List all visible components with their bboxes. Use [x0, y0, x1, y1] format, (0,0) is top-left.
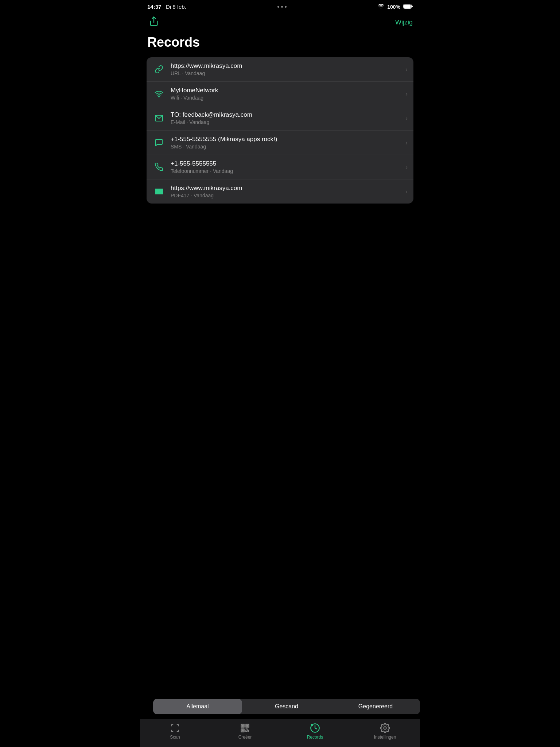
tab-label-scan: Scan — [170, 735, 180, 740]
email-icon — [152, 112, 166, 125]
record-title-0: https://www.mikrasya.com — [171, 62, 402, 70]
filter-option-scanned[interactable]: Gescand — [242, 699, 331, 714]
battery-percentage: 100% — [387, 4, 400, 10]
dot3 — [285, 6, 287, 8]
barcode-icon — [152, 185, 166, 198]
record-content-5: https://www.mikrasya.com PDF417 · Vandaa… — [171, 185, 402, 198]
record-item-barcode[interactable]: https://www.mikrasya.com PDF417 · Vandaa… — [147, 179, 413, 204]
filter-option-generated[interactable]: Gegenereerd — [331, 699, 420, 714]
tab-item-scan[interactable]: Scan — [140, 723, 210, 740]
share-button[interactable] — [147, 15, 160, 30]
wifi-icon — [378, 4, 384, 10]
record-content-1: MyHomeNetwork Wifi · Vandaag — [171, 87, 402, 101]
gear-tab-icon — [380, 723, 390, 733]
record-subtitle-5: PDF417 · Vandaag — [171, 193, 402, 198]
record-item-wifi[interactable]: MyHomeNetwork Wifi · Vandaag › — [147, 82, 413, 106]
status-center-dots — [277, 6, 287, 8]
status-bar: 14:37 Di 8 feb. 100% — [140, 0, 420, 12]
record-content-3: +1-555-5555555 (Mikrasya apps rock!) SMS… — [171, 136, 402, 150]
chevron-right-icon: › — [405, 139, 408, 147]
records-list: https://www.mikrasya.com URL · Vandaag ›… — [147, 57, 413, 204]
record-content-4: +1-555-5555555 Telefoonnummer · Vandaag — [171, 160, 402, 174]
history-tab-icon — [310, 723, 320, 733]
tab-bar: Scan Creëer Records Instellingen — [140, 719, 420, 747]
svg-rect-18 — [242, 730, 244, 731]
battery-icon — [403, 4, 413, 10]
record-subtitle-3: SMS · Vandaag — [171, 144, 402, 150]
dot1 — [277, 6, 279, 8]
svg-point-26 — [384, 727, 386, 729]
chevron-right-icon: › — [405, 163, 408, 171]
record-subtitle-2: E-Mail · Vandaag — [171, 119, 402, 125]
record-content-0: https://www.mikrasya.com URL · Vandaag — [171, 62, 402, 76]
tab-item-create[interactable]: Creëer — [210, 723, 280, 740]
record-title-3: +1-555-5555555 (Mikrasya apps rock!) — [171, 136, 402, 143]
chevron-right-icon: › — [405, 188, 408, 196]
status-right: 100% — [378, 4, 413, 10]
svg-point-3 — [159, 96, 159, 97]
tab-label-create: Creëer — [238, 735, 252, 740]
svg-rect-17 — [247, 725, 248, 727]
record-subtitle-0: URL · Vandaag — [171, 70, 402, 76]
svg-rect-16 — [242, 725, 244, 727]
chevron-right-icon: › — [405, 115, 408, 122]
svg-rect-1 — [404, 4, 411, 8]
record-title-4: +1-555-5555555 — [171, 160, 402, 167]
sms-icon — [152, 136, 166, 149]
top-bar: Wijzig — [140, 12, 420, 35]
record-content-2: TO: feedback@mikrasya.com E-Mail · Vanda… — [171, 111, 402, 125]
tab-item-records[interactable]: Records — [280, 723, 350, 740]
tab-item-settings[interactable]: Instellingen — [350, 723, 420, 740]
tab-label-settings: Instellingen — [374, 735, 396, 740]
status-date: Di 8 feb. — [166, 4, 186, 10]
edit-button[interactable]: Wijzig — [395, 19, 413, 26]
tab-label-records: Records — [307, 735, 323, 740]
record-title-5: https://www.mikrasya.com — [171, 185, 402, 192]
dot2 — [281, 6, 283, 8]
scan-tab-icon — [170, 723, 180, 733]
phone-icon — [152, 160, 166, 174]
record-item-email[interactable]: TO: feedback@mikrasya.com E-Mail · Vanda… — [147, 106, 413, 131]
record-subtitle-1: Wifi · Vandaag — [171, 95, 402, 101]
wifi-icon — [152, 87, 166, 100]
page-title: Records — [140, 35, 420, 57]
record-title-1: MyHomeNetwork — [171, 87, 402, 94]
main-content: Wijzig Records https://www.mikrasya.com … — [140, 12, 420, 276]
link-icon — [152, 63, 166, 76]
filter-bar: AllemaalGescandGegenereerd — [153, 699, 420, 714]
record-item-link[interactable]: https://www.mikrasya.com URL · Vandaag › — [147, 57, 413, 82]
filter-option-all[interactable]: Allemaal — [153, 699, 242, 714]
status-time: 14:37 — [147, 4, 161, 10]
chevron-right-icon: › — [405, 66, 408, 73]
record-subtitle-4: Telefoonnummer · Vandaag — [171, 168, 402, 174]
chevron-right-icon: › — [405, 90, 408, 98]
record-item-sms[interactable]: +1-555-5555555 (Mikrasya apps rock!) SMS… — [147, 131, 413, 155]
qr-tab-icon — [240, 723, 250, 733]
record-title-2: TO: feedback@mikrasya.com — [171, 111, 402, 119]
status-time-date: 14:37 Di 8 feb. — [147, 4, 186, 10]
record-item-phone[interactable]: +1-555-5555555 Telefoonnummer · Vandaag … — [147, 155, 413, 179]
